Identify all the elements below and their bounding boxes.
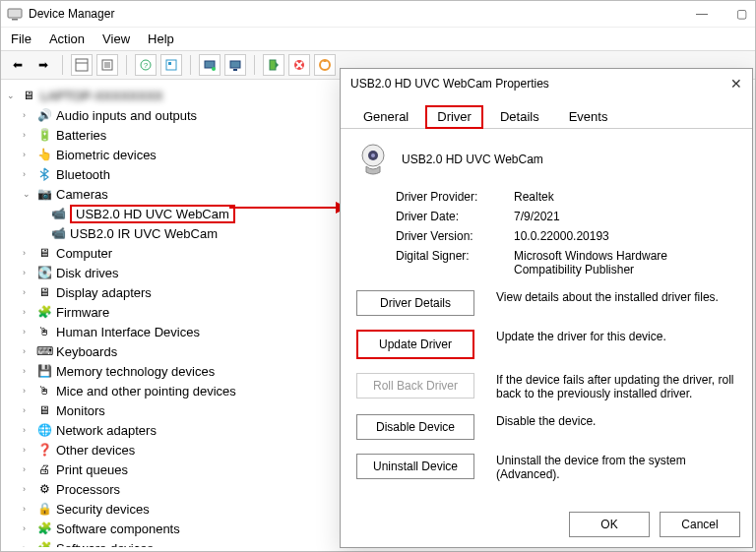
scan-hardware-button[interactable] <box>199 54 220 76</box>
value: Microsoft Windows Hardware Compatibility… <box>514 249 736 276</box>
show-hidden-button[interactable] <box>71 54 93 76</box>
cancel-button[interactable]: Cancel <box>660 512 740 537</box>
back-button[interactable]: ⬅ <box>7 54 29 76</box>
description: Uninstall the device from the system (Ad… <box>496 454 736 481</box>
titlebar: Device Manager — ▢ <box>1 1 755 27</box>
tree-item[interactable]: ›🔊Audio inputs and outputs <box>7 105 334 125</box>
menu-action[interactable]: Action <box>49 31 85 46</box>
driver-details-button[interactable]: Driver Details <box>356 290 474 316</box>
tree-item[interactable]: ›🖱Mice and other pointing devices <box>7 381 334 400</box>
svg-rect-0 <box>8 9 22 18</box>
rollback-driver-button: Roll Back Driver <box>356 373 474 399</box>
other-icon: ❓ <box>36 442 52 458</box>
uninstall-device-row: Uninstall Device Uninstall the device fr… <box>356 454 736 481</box>
webcam-icon <box>356 143 390 176</box>
tree-item[interactable]: ›🔒Security devices <box>7 499 334 519</box>
tree-item[interactable]: ›💾Memory technology devices <box>7 361 334 381</box>
device-name: USB2.0 HD UVC WebCam <box>402 153 543 166</box>
help-button[interactable]: ? <box>135 54 157 76</box>
menu-view[interactable]: View <box>102 31 130 46</box>
tree-item[interactable]: ›🧩Firmware <box>7 302 334 322</box>
tree-item[interactable]: ›💽Disk drives <box>7 263 334 282</box>
software-icon: 🧩 <box>36 521 52 536</box>
svg-rect-1 <box>12 19 18 21</box>
dialog-titlebar: USB2.0 HD UVC WebCam Properties ✕ <box>341 69 752 98</box>
chevron-right-icon: › <box>23 366 32 376</box>
bluetooth-icon <box>36 166 52 182</box>
tree-item[interactable]: ›⌨Keyboards <box>7 341 334 361</box>
enable-button[interactable] <box>263 54 284 76</box>
minimize-button[interactable]: — <box>694 6 710 22</box>
tree-item[interactable]: ›🖥Display adapters <box>7 282 334 302</box>
chevron-right-icon: › <box>23 150 32 159</box>
chevron-right-icon: › <box>23 425 32 435</box>
item-label: Print queues <box>56 462 128 477</box>
chevron-right-icon: › <box>23 405 32 415</box>
svg-rect-14 <box>230 61 240 68</box>
device-tree[interactable]: ⌄ 🖥 LAPTOP-XXXXXXXX ›🔊Audio inputs and o… <box>1 80 336 547</box>
menu-file[interactable]: File <box>11 31 32 46</box>
tree-item[interactable]: ›👆Biometric devices <box>7 145 334 164</box>
separator <box>62 55 63 75</box>
menu-help[interactable]: Help <box>148 31 174 46</box>
label: Driver Version: <box>396 229 514 243</box>
tree-item[interactable]: ›🧩Software components <box>7 519 334 538</box>
update-driver-button[interactable]: Update Driver <box>356 330 474 359</box>
tree-root[interactable]: ⌄ 🖥 LAPTOP-XXXXXXXX <box>7 86 334 105</box>
uninstall-device-button[interactable]: Uninstall Device <box>356 454 474 479</box>
chevron-right-icon: › <box>23 169 32 179</box>
tree-item[interactable]: ›🔋Batteries <box>7 125 334 145</box>
maximize-button[interactable]: ▢ <box>733 6 749 22</box>
dialog-footer: OK Cancel <box>569 512 740 537</box>
chevron-right-icon: › <box>23 464 32 474</box>
tree-item[interactable]: ›🖥Monitors <box>7 400 334 420</box>
item-label: Batteries <box>56 128 106 143</box>
tab-events[interactable]: Events <box>556 104 621 128</box>
item-label: USB2.0 HD UVC WebCam <box>70 205 235 223</box>
chevron-right-icon: › <box>23 484 32 494</box>
digital-signer-row: Digital Signer:Microsoft Windows Hardwar… <box>396 249 736 276</box>
tree-item[interactable]: ›🧩Software devices <box>7 538 334 547</box>
options-button[interactable] <box>160 54 182 76</box>
tree-item-webcam-ir[interactable]: 📹USB2.0 IR UVC WebCam <box>7 223 334 243</box>
menubar: File Action View Help <box>1 27 755 50</box>
uninstall-button[interactable] <box>288 54 310 76</box>
annotation-arrow <box>229 198 347 217</box>
tree-item[interactable]: ›🖨Print queues <box>7 460 334 479</box>
update-button[interactable] <box>314 54 336 76</box>
forward-button[interactable]: ➡ <box>32 54 54 76</box>
tree-item[interactable]: ›🖱Human Interface Devices <box>7 322 334 341</box>
item-label: Other devices <box>56 443 135 458</box>
chevron-right-icon: › <box>23 130 32 140</box>
hid-icon: 🖱 <box>36 324 52 339</box>
tab-details[interactable]: Details <box>487 104 552 128</box>
disable-device-button[interactable]: Disable Device <box>356 414 474 440</box>
description: If the device fails after updating the d… <box>496 373 736 400</box>
dialog-title: USB2.0 HD UVC WebCam Properties <box>350 77 549 91</box>
item-label: Network adapters <box>56 423 157 438</box>
driver-date-row: Driver Date:7/9/2021 <box>396 210 736 223</box>
chevron-right-icon: › <box>23 248 32 258</box>
computer-icon: 🖥 <box>36 245 52 261</box>
properties-button[interactable] <box>96 54 118 76</box>
item-label: Computer <box>56 246 112 261</box>
rollback-driver-row: Roll Back Driver If the device fails aft… <box>356 373 736 400</box>
close-button[interactable]: ✕ <box>730 76 742 92</box>
tree-item[interactable]: ›Bluetooth <box>7 164 334 184</box>
tree-item[interactable]: ›🖥Computer <box>7 243 334 263</box>
mouse-icon: 🖱 <box>36 383 52 399</box>
value: 10.0.22000.20193 <box>514 229 736 243</box>
chevron-down-icon: ⌄ <box>7 91 17 100</box>
tab-general[interactable]: General <box>350 104 421 128</box>
chevron-right-icon: › <box>23 386 32 396</box>
add-legacy-button[interactable] <box>224 54 246 76</box>
chevron-right-icon: › <box>23 327 32 337</box>
item-label: Cameras <box>56 187 108 202</box>
ok-button[interactable]: OK <box>569 512 650 537</box>
tree-item[interactable]: ›⚙Processors <box>7 479 334 499</box>
tree-item[interactable]: ›❓Other devices <box>7 440 334 460</box>
tree-item[interactable]: ›🌐Network adapters <box>7 420 334 440</box>
tab-driver[interactable]: Driver <box>425 105 483 129</box>
chevron-right-icon: › <box>23 110 32 120</box>
value: 7/9/2021 <box>514 210 736 223</box>
